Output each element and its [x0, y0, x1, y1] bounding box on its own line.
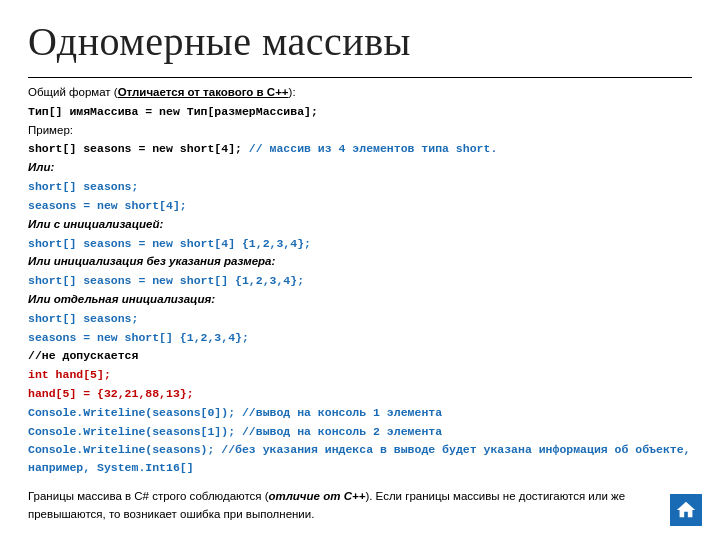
line-or-init: Или с инициализацией:	[28, 216, 692, 234]
line-example-label: Пример:	[28, 122, 692, 140]
line-or-1: Или:	[28, 159, 692, 177]
separator-line	[28, 77, 692, 78]
code-writeline-1: Console.Writeline(seasons[1]);	[28, 425, 235, 438]
line-seasons-assign: seasons = new short[4];	[28, 197, 692, 215]
line-hand-decl: int hand[5];	[28, 366, 692, 384]
code-seasons-no-size: short[] seasons = new short[] {1,2,3,4};	[28, 274, 304, 287]
code-seasons-separate-assign: seasons = new short[] {1,2,3,4};	[28, 331, 249, 344]
code-seasons-init-4: short[] seasons = new short[4] {1,2,3,4}…	[28, 237, 311, 250]
text-or-init: Или с инициализацией:	[28, 218, 163, 230]
code-hand-decl: int hand[5];	[28, 368, 111, 381]
code-hand-assign: hand[5] = {32,21,88,13};	[28, 387, 194, 400]
line-seasons-init-4: short[] seasons = new short[4] {1,2,3,4}…	[28, 235, 692, 253]
code-type-decl: Тип[] имяМассива = new Тип[размерМассива…	[28, 105, 318, 118]
footer-text-part1: Границы массива в C# строго соблюдаются …	[28, 490, 269, 502]
comment-4-elements: // массив из 4 элементов типа short.	[242, 142, 497, 155]
comment-elem-2: //вывод на консоль 2 элемента	[235, 425, 442, 438]
text-or-separate: Или отдельная инициализация:	[28, 293, 215, 305]
comment-elem-1: //вывод на консоль 1 элемента	[235, 406, 442, 419]
text-general-format-prefix: Общий формат (	[28, 86, 118, 98]
code-seasons-new: short[] seasons = new short[4];	[28, 142, 242, 155]
line-writeline-1: Console.Writeline(seasons[1]); //вывод н…	[28, 423, 692, 441]
footer-paragraph: Границы массива в C# строго соблюдаются …	[28, 487, 692, 524]
home-icon	[675, 499, 697, 521]
text-differs-from-cpp: Отличается от такового в С++	[118, 86, 289, 98]
line-hand-assign: hand[5] = {32,21,88,13};	[28, 385, 692, 403]
code-writeline-0: Console.Writeline(seasons[0]);	[28, 406, 235, 419]
line-seasons-example: short[] seasons = new short[4]; // масси…	[28, 140, 692, 158]
line-writeline-0: Console.Writeline(seasons[0]); //вывод н…	[28, 404, 692, 422]
line-writeline-seasons: Console.Writeline(seasons); //без указан…	[28, 441, 692, 477]
code-short-seasons-decl: short[] seasons;	[28, 180, 138, 193]
line-seasons-no-size: short[] seasons = new short[] {1,2,3,4};	[28, 272, 692, 290]
line-short-seasons-decl: short[] seasons;	[28, 178, 692, 196]
text-general-format-suffix: ):	[289, 86, 296, 98]
slide: Одномерные массивы Общий формат (Отличае…	[0, 0, 720, 540]
content-area: Общий формат (Отличается от такового в С…	[28, 84, 692, 477]
line-general-format: Общий формат (Отличается от такового в С…	[28, 84, 692, 102]
line-type-decl: Тип[] имяМассива = new Тип[размерМассива…	[28, 103, 692, 121]
footer-area: Границы массива в C# строго соблюдаются …	[28, 487, 692, 524]
code-writeline-seasons: Console.Writeline(seasons);	[28, 443, 214, 456]
text-or-no-size: Или инициализация без указания размера:	[28, 255, 275, 267]
line-or-separate: Или отдельная инициализация:	[28, 291, 692, 309]
line-seasons-separate-decl: short[] seasons;	[28, 310, 692, 328]
slide-title: Одномерные массивы	[28, 18, 692, 65]
line-or-no-size: Или инициализация без указания размера:	[28, 253, 692, 271]
code-seasons-assign: seasons = new short[4];	[28, 199, 187, 212]
code-seasons-separate-decl: short[] seasons;	[28, 312, 138, 325]
text-example: Пример:	[28, 124, 73, 136]
text-or-1: Или:	[28, 161, 54, 173]
line-seasons-separate-assign: seasons = new short[] {1,2,3,4};	[28, 329, 692, 347]
code-not-allowed: //не допускается	[28, 349, 138, 362]
footer-italic-cpp: отличие от С++	[269, 490, 366, 502]
bottom-icon-container	[670, 494, 702, 526]
line-not-allowed-comment: //не допускается	[28, 347, 692, 365]
